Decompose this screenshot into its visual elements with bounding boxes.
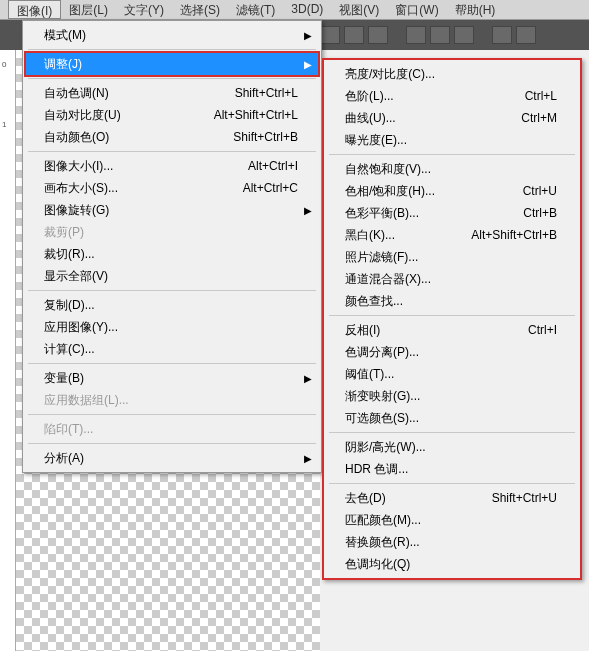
submenu-arrow-icon: ▶ — [304, 205, 312, 216]
menu-label: 匹配颜色(M)... — [345, 512, 557, 529]
menu-hdr-toning[interactable]: HDR 色调... — [327, 458, 577, 480]
menu-calculations[interactable]: 计算(C)... — [26, 338, 318, 360]
menu-label: 色调分离(P)... — [345, 344, 557, 361]
menu-trim[interactable]: 裁切(R)... — [26, 243, 318, 265]
menu-window[interactable]: 窗口(W) — [387, 0, 446, 19]
menu-exposure[interactable]: 曝光度(E)... — [327, 129, 577, 151]
menu-label: 模式(M) — [44, 27, 298, 44]
menu-gradient-map[interactable]: 渐变映射(G)... — [327, 385, 577, 407]
menu-shortcut: Ctrl+I — [528, 323, 557, 337]
menu-label: 显示全部(V) — [44, 268, 298, 285]
ruler-vertical: 0 1 — [0, 50, 16, 651]
menu-color-lookup[interactable]: 颜色查找... — [327, 290, 577, 312]
menu-label: 裁切(R)... — [44, 246, 298, 263]
menu-layer[interactable]: 图层(L) — [61, 0, 116, 19]
menu-image-size[interactable]: 图像大小(I)... Alt+Ctrl+I — [26, 155, 318, 177]
menu-crop: 裁剪(P) — [26, 221, 318, 243]
menu-label: 阈值(T)... — [345, 366, 557, 383]
menu-curves[interactable]: 曲线(U)... Ctrl+M — [327, 107, 577, 129]
menu-shortcut: Alt+Shift+Ctrl+L — [214, 108, 298, 122]
menu-label: 去色(D) — [345, 490, 492, 507]
distribute-v-icon[interactable] — [516, 26, 536, 44]
menu-posterize[interactable]: 色调分离(P)... — [327, 341, 577, 363]
menu-label: 自动色调(N) — [44, 85, 235, 102]
distribute-h-icon[interactable] — [492, 26, 512, 44]
menu-label: 图像旋转(G) — [44, 202, 298, 219]
menu-3d[interactable]: 3D(D) — [283, 0, 331, 19]
menu-auto-color[interactable]: 自动颜色(O) Shift+Ctrl+B — [26, 126, 318, 148]
menu-equalize[interactable]: 色调均化(Q) — [327, 553, 577, 575]
menu-label: 变量(B) — [44, 370, 298, 387]
menu-separator — [28, 414, 316, 415]
menu-match-color[interactable]: 匹配颜色(M)... — [327, 509, 577, 531]
menu-shortcut: Shift+Ctrl+B — [233, 130, 298, 144]
menu-label: 通道混合器(X)... — [345, 271, 557, 288]
menu-label: 替换颜色(R)... — [345, 534, 557, 551]
adjustments-submenu: 亮度/对比度(C)... 色阶(L)... Ctrl+L 曲线(U)... Ct… — [322, 58, 582, 580]
menu-filter[interactable]: 滤镜(T) — [228, 0, 283, 19]
submenu-arrow-icon: ▶ — [304, 373, 312, 384]
menu-duplicate[interactable]: 复制(D)... — [26, 294, 318, 316]
align-left-icon[interactable] — [320, 26, 340, 44]
menu-shortcut: Shift+Ctrl+L — [235, 86, 298, 100]
menu-auto-contrast[interactable]: 自动对比度(U) Alt+Shift+Ctrl+L — [26, 104, 318, 126]
ruler-mark: 0 — [2, 60, 6, 69]
menu-help[interactable]: 帮助(H) — [447, 0, 504, 19]
menu-separator — [28, 443, 316, 444]
menu-shadow-highlight[interactable]: 阴影/高光(W)... — [327, 436, 577, 458]
align-middle-icon[interactable] — [430, 26, 450, 44]
menu-select[interactable]: 选择(S) — [172, 0, 228, 19]
menu-label: 曝光度(E)... — [345, 132, 557, 149]
menu-brightness-contrast[interactable]: 亮度/对比度(C)... — [327, 63, 577, 85]
menu-label: HDR 色调... — [345, 461, 557, 478]
menu-channel-mixer[interactable]: 通道混合器(X)... — [327, 268, 577, 290]
menu-label: 渐变映射(G)... — [345, 388, 557, 405]
align-bottom-icon[interactable] — [454, 26, 474, 44]
menu-trap: 陷印(T)... — [26, 418, 318, 440]
submenu-arrow-icon: ▶ — [304, 59, 312, 70]
menu-label: 颜色查找... — [345, 293, 557, 310]
menu-mode[interactable]: 模式(M) ▶ — [26, 24, 318, 46]
menu-apply-image[interactable]: 应用图像(Y)... — [26, 316, 318, 338]
menu-image-rotation[interactable]: 图像旋转(G) ▶ — [26, 199, 318, 221]
menu-adjustments[interactable]: 调整(J) ▶ — [26, 53, 318, 75]
menu-hue-saturation[interactable]: 色相/饱和度(H)... Ctrl+U — [327, 180, 577, 202]
menu-selective-color[interactable]: 可选颜色(S)... — [327, 407, 577, 429]
menu-reveal-all[interactable]: 显示全部(V) — [26, 265, 318, 287]
menu-color-balance[interactable]: 色彩平衡(B)... Ctrl+B — [327, 202, 577, 224]
menu-shortcut: Ctrl+U — [523, 184, 557, 198]
align-center-icon[interactable] — [344, 26, 364, 44]
align-right-icon[interactable] — [368, 26, 388, 44]
menu-replace-color[interactable]: 替换颜色(R)... — [327, 531, 577, 553]
menu-black-white[interactable]: 黑白(K)... Alt+Shift+Ctrl+B — [327, 224, 577, 246]
menu-photo-filter[interactable]: 照片滤镜(F)... — [327, 246, 577, 268]
menu-invert[interactable]: 反相(I) Ctrl+I — [327, 319, 577, 341]
menu-variables[interactable]: 变量(B) ▶ — [26, 367, 318, 389]
menu-canvas-size[interactable]: 画布大小(S)... Alt+Ctrl+C — [26, 177, 318, 199]
menu-desaturate[interactable]: 去色(D) Shift+Ctrl+U — [327, 487, 577, 509]
submenu-arrow-icon: ▶ — [304, 453, 312, 464]
menu-analysis[interactable]: 分析(A) ▶ — [26, 447, 318, 469]
menu-threshold[interactable]: 阈值(T)... — [327, 363, 577, 385]
menu-type[interactable]: 文字(Y) — [116, 0, 172, 19]
menu-label: 可选颜色(S)... — [345, 410, 557, 427]
menu-label: 应用数据组(L)... — [44, 392, 298, 409]
menu-label: 曲线(U)... — [345, 110, 521, 127]
menu-shortcut: Ctrl+B — [523, 206, 557, 220]
menu-label: 陷印(T)... — [44, 421, 298, 438]
menu-label: 照片滤镜(F)... — [345, 249, 557, 266]
menu-label: 自动对比度(U) — [44, 107, 214, 124]
submenu-arrow-icon: ▶ — [304, 30, 312, 41]
menu-levels[interactable]: 色阶(L)... Ctrl+L — [327, 85, 577, 107]
align-top-icon[interactable] — [406, 26, 426, 44]
menu-view[interactable]: 视图(V) — [331, 0, 387, 19]
menu-separator — [28, 49, 316, 50]
menu-image[interactable]: 图像(I) — [8, 0, 61, 19]
menu-label: 阴影/高光(W)... — [345, 439, 557, 456]
menu-label: 黑白(K)... — [345, 227, 471, 244]
menu-vibrance[interactable]: 自然饱和度(V)... — [327, 158, 577, 180]
menu-auto-tone[interactable]: 自动色调(N) Shift+Ctrl+L — [26, 82, 318, 104]
menu-label: 自然饱和度(V)... — [345, 161, 557, 178]
menu-shortcut: Ctrl+M — [521, 111, 557, 125]
menu-separator — [28, 151, 316, 152]
